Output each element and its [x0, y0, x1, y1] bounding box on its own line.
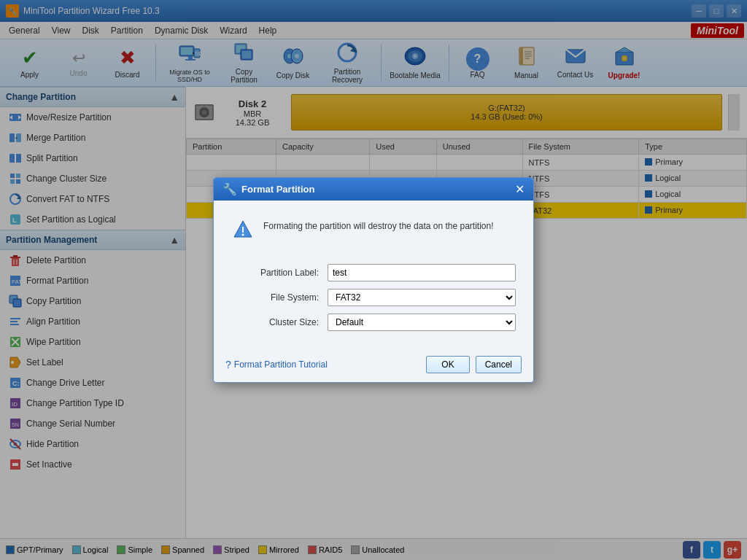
- format-partition-dialog: 🔧 Format Partition ✕ Formating the parti…: [213, 177, 534, 383]
- modal-close-button[interactable]: ✕: [515, 184, 525, 195]
- file-system-row: File System: FAT32 NTFS FAT16 exFAT: [225, 289, 522, 306]
- modal-header: 🔧 Format Partition ✕: [214, 178, 533, 201]
- modal-buttons: OK Cancel: [426, 356, 522, 373]
- tutorial-link[interactable]: ? Format Partition Tutorial: [225, 359, 328, 370]
- partition-label-row: Partition Label:: [225, 264, 522, 281]
- ok-button[interactable]: OK: [426, 356, 469, 373]
- modal-body: Formating the partition will destroy the…: [214, 201, 533, 350]
- warning-icon: [231, 218, 255, 246]
- cluster-size-label: Cluster Size:: [231, 317, 319, 327]
- warning-text: Formating the partition will destroy the…: [263, 218, 494, 231]
- file-system-label: File System:: [231, 292, 319, 303]
- modal-footer: ? Format Partition Tutorial OK Cancel: [214, 350, 533, 382]
- help-icon: ?: [225, 359, 231, 370]
- svg-point-76: [242, 234, 244, 236]
- partition-label-input[interactable]: [328, 264, 516, 281]
- cluster-size-select[interactable]: Default 512 1024 2048 4096: [328, 314, 516, 331]
- modal-overlay: 🔧 Format Partition ✕ Formating the parti…: [0, 0, 747, 560]
- modal-title: Format Partition: [241, 184, 314, 195]
- partition-label-label: Partition Label:: [231, 268, 319, 278]
- file-system-select[interactable]: FAT32 NTFS FAT16 exFAT: [328, 289, 516, 306]
- modal-title-row: 🔧 Format Partition: [222, 182, 314, 196]
- tutorial-link-text: Format Partition Tutorial: [234, 359, 328, 370]
- cancel-button[interactable]: Cancel: [476, 356, 522, 373]
- modal-header-icon: 🔧: [222, 182, 237, 196]
- warning-section: Formating the partition will destroy the…: [225, 212, 522, 252]
- cluster-size-row: Cluster Size: Default 512 1024 2048 4096: [225, 314, 522, 331]
